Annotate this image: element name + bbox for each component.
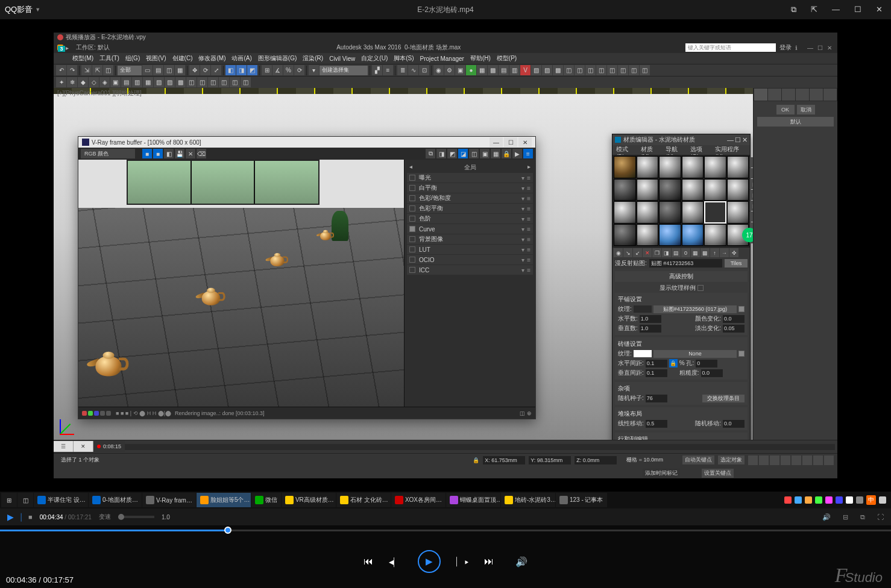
- mat-menu-mode[interactable]: 模式(D): [614, 145, 638, 155]
- t2-p[interactable]: ◫: [219, 77, 229, 87]
- named-selection-input[interactable]: 创建选择集: [320, 66, 368, 75]
- nav-h[interactable]: [824, 455, 834, 465]
- link-button[interactable]: ⇲: [81, 65, 92, 75]
- hcount-spinner[interactable]: 1.0: [640, 315, 661, 323]
- max-timeline[interactable]: [54, 440, 837, 453]
- vfb-side-header[interactable]: ◂全局▸: [407, 162, 533, 173]
- mat-menu-material[interactable]: 材质(M): [638, 145, 664, 155]
- scale-button[interactable]: ⤢: [211, 65, 221, 75]
- tray-icon[interactable]: [856, 496, 863, 504]
- subtitle-icon[interactable]: ⊟: [843, 513, 848, 521]
- menu-icon[interactable]: ≡: [527, 175, 531, 181]
- checkbox-icon[interactable]: [409, 267, 415, 273]
- tray-icon[interactable]: [805, 496, 812, 504]
- rough-spinner[interactable]: 0.0: [701, 369, 723, 377]
- checkbox-icon[interactable]: [409, 185, 415, 191]
- chevron-down-icon[interactable]: ▾: [521, 267, 524, 274]
- mat-slot[interactable]: [614, 179, 636, 201]
- render-setup-button[interactable]: ⚙: [444, 65, 455, 75]
- rotate-button[interactable]: ⟳: [200, 65, 210, 75]
- t2-j[interactable]: ▧: [154, 77, 164, 87]
- vp-tab-b[interactable]: ✕: [74, 441, 93, 452]
- align-button[interactable]: ≡: [383, 65, 393, 75]
- mat-slot[interactable]: [704, 224, 726, 246]
- vfb-min-icon[interactable]: ―: [490, 137, 503, 147]
- mat-pick-icon[interactable]: ✜: [729, 248, 738, 257]
- vfb-cc-button[interactable]: ◩: [447, 149, 457, 158]
- bind-button[interactable]: ◫: [103, 65, 113, 75]
- g[interactable]: ▩: [553, 65, 563, 75]
- mat-go-parent-icon[interactable]: ↑: [710, 248, 719, 257]
- chevron-down-icon[interactable]: ▾: [521, 257, 524, 263]
- checkbox-icon[interactable]: [409, 175, 415, 181]
- mat-slot[interactable]: [682, 224, 704, 246]
- t2-f[interactable]: ▣: [110, 77, 121, 87]
- setkey-button[interactable]: 设置关键点: [702, 469, 734, 478]
- mat-rollout-title[interactable]: 高级控制: [615, 271, 748, 282]
- vfb-panel-button[interactable]: ≡: [523, 149, 533, 158]
- cmd-tab-create[interactable]: [754, 89, 767, 101]
- mat-id-icon[interactable]: 0: [681, 248, 690, 257]
- refcoord-button[interactable]: ◧: [225, 65, 236, 75]
- menu-icon[interactable]: ≡: [527, 205, 531, 212]
- cmd-ok-button[interactable]: OK: [776, 105, 795, 114]
- material-editor-button[interactable]: ◉: [433, 65, 444, 75]
- taskbar-item[interactable]: 半课住宅 设…: [34, 493, 88, 507]
- volume-icon[interactable]: 🔊: [822, 513, 831, 521]
- select-manip-button[interactable]: ◩: [247, 65, 257, 75]
- curve-editor-button[interactable]: ∿: [408, 65, 418, 75]
- vfb-cc-row[interactable]: 背景图像▾≡: [407, 234, 533, 244]
- tray-icon[interactable]: [825, 496, 833, 504]
- holes-spinner[interactable]: 0: [696, 360, 717, 367]
- vfb-cc-row[interactable]: 色阶▾≡: [407, 214, 533, 224]
- seed-spinner[interactable]: 76: [646, 395, 667, 402]
- pivot-button[interactable]: ◨: [236, 65, 247, 75]
- randshift-spinner[interactable]: 0.0: [723, 420, 745, 428]
- vfb-cc-row[interactable]: 曝光▾≡: [407, 173, 533, 183]
- mat-slot[interactable]: [704, 179, 726, 201]
- pin-icon[interactable]: ⇱: [807, 2, 821, 17]
- cmd-tab-motion[interactable]: [796, 89, 809, 101]
- schematic-button[interactable]: ⊡: [419, 65, 429, 75]
- nav-c[interactable]: [770, 455, 779, 465]
- volume-main-icon[interactable]: 🔊: [515, 556, 527, 568]
- taskbar-item[interactable]: 0-地面材质…: [89, 493, 142, 507]
- checkbox-icon[interactable]: [409, 257, 415, 263]
- stop-icon[interactable]: ■: [28, 513, 33, 521]
- mat-slot[interactable]: [727, 179, 749, 201]
- select-button[interactable]: ▭: [142, 65, 153, 75]
- menu-group[interactable]: 组(G): [122, 54, 143, 63]
- workspace-selector[interactable]: 工作区: 默认: [74, 43, 112, 52]
- taskbar-item[interactable]: 123 - 记事本: [556, 493, 607, 507]
- mat-type-button[interactable]: Tiles: [725, 259, 748, 267]
- mat-put-library-icon[interactable]: ▤: [672, 248, 681, 257]
- checkbox-icon[interactable]: [409, 236, 415, 242]
- cmd-tab-hierarchy[interactable]: [782, 89, 795, 101]
- vcount-spinner[interactable]: 1.0: [640, 325, 661, 333]
- cmd-tab-display[interactable]: [810, 89, 823, 101]
- e[interactable]: ▧: [531, 65, 541, 75]
- cmd-cancel-button[interactable]: 取消: [797, 105, 815, 114]
- n[interactable]: ◫: [629, 65, 639, 75]
- vfb-max-icon[interactable]: ☐: [504, 137, 517, 147]
- mat-slot[interactable]: [727, 156, 749, 178]
- i[interactable]: ◫: [575, 65, 585, 75]
- vray-a[interactable]: V: [520, 65, 531, 75]
- undo-button[interactable]: ↶: [56, 65, 66, 75]
- vfb-lock-button[interactable]: 🔒: [502, 149, 511, 158]
- vfb-region-button[interactable]: ▣: [480, 149, 490, 158]
- info-icon[interactable]: ℹ: [795, 45, 798, 51]
- nav-a[interactable]: [748, 455, 758, 465]
- selobj-button[interactable]: 选定对象: [718, 455, 745, 464]
- show-sample-checkbox[interactable]: [697, 285, 704, 291]
- b[interactable]: ▩: [488, 65, 498, 75]
- next-button[interactable]: ⏭: [484, 556, 494, 567]
- chevron-down-icon[interactable]: ▾: [521, 185, 524, 192]
- mat-slot[interactable]: [682, 156, 704, 178]
- mat-menu-util[interactable]: 实用程序(U): [713, 145, 749, 155]
- menu-civilview[interactable]: Civil View: [326, 55, 358, 62]
- vfb-cc-row[interactable]: 白平衡▾≡: [407, 183, 533, 193]
- menu-icon[interactable]: ≡: [527, 226, 531, 233]
- vfb-render-view[interactable]: [78, 160, 404, 407]
- mat-slot[interactable]: [659, 179, 681, 201]
